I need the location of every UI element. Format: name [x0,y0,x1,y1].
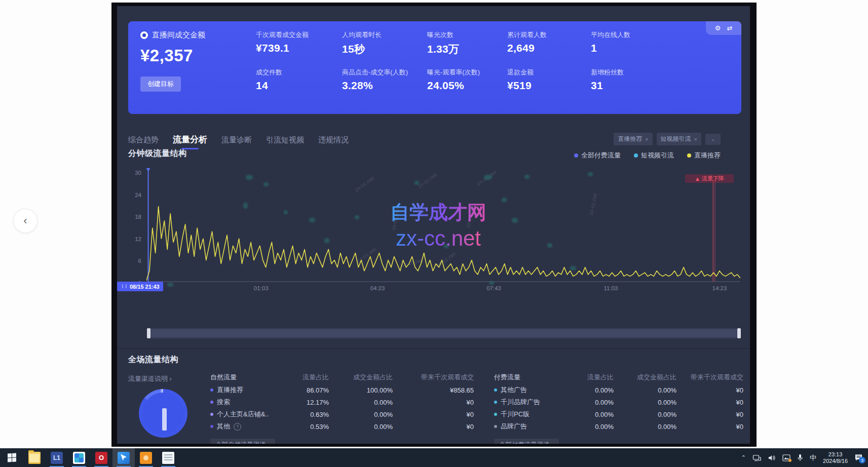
tile-app-icon [73,452,85,464]
metric-cell: 人均观看时长15秒 [342,30,427,68]
table-row: 搜索 12.17% 0.00% ¥0 [210,396,474,408]
table-header: 付费流量 流量占比 成交金额占比 带来千次观看成交 [494,371,743,384]
network-icon[interactable] [752,454,761,461]
legend-live-recommend[interactable]: 直播推荐 [687,151,721,160]
legend-paid-traffic[interactable]: 全部付费流量 [574,151,621,160]
video-artifact [284,210,288,214]
table-row: 其他广告 0.00% 0.00% ¥0 [494,384,743,396]
video-artifact [484,175,492,180]
close-icon[interactable]: × [694,136,697,142]
ime-indicator[interactable]: 中 [810,453,816,462]
legend-dot [687,153,691,158]
legend-dot [634,153,638,158]
table-row: 千川品牌广告 0.00% 0.00% ¥0 [494,396,743,408]
tab-violations[interactable]: 违规情况 [318,135,349,149]
legend-dot [574,153,578,158]
video-artifact [547,243,552,248]
video-artifact [524,175,530,179]
minute-section-title: 分钟级流量结构 [128,148,187,159]
table-row: 品牌广告 0.00% 0.00% ¥0 [494,420,743,433]
table-row: 千川PC版 0.00% 0.00% ¥0 [494,408,743,420]
tab-overall-trend[interactable]: 综合趋势 [128,135,159,149]
microphone-icon[interactable] [797,454,803,461]
notepad-icon [162,452,174,464]
taskbar-app-notepad[interactable] [157,448,179,467]
structure-section-title: 全场流量结构 [128,355,178,365]
pointer-app-icon [118,452,130,464]
metric-cell: 新增粉丝数31 [591,68,737,105]
channel-explain-link[interactable]: 流量渠道说明 › [128,374,172,383]
close-icon[interactable]: × [645,136,648,142]
x-tick: 07:43 [486,285,501,291]
tray-chevron-up-icon[interactable]: ⌃ [741,454,746,461]
metric-grid: 千次观看成交金额¥739.1 人均观看时长15秒 曝光次数1.33万 累计观看人… [256,30,737,105]
table-header: 自然流量 流量占比 成交金额占比 带来千次观看成交 [210,371,474,384]
tab-traffic-diagnosis[interactable]: 流量诊断 [221,135,252,149]
start-button[interactable] [0,448,23,467]
video-artifact [588,172,593,176]
tab-short-video[interactable]: 引流短视频 [266,135,304,149]
notification-badge: 3 [859,457,865,463]
filter-tag-short-video[interactable]: 短视频引流 × [657,133,701,145]
chevron-down-icon: ⌄ [710,136,715,142]
all-natural-channels-link[interactable]: 全部自然流量渠道 › [210,439,275,444]
metric-cell: 成交件数14 [256,68,342,105]
image-tool-icon[interactable] [782,454,790,461]
video-artifact [512,218,518,223]
status-dot [788,459,791,462]
viewer-prev-button[interactable]: ‹ [13,209,37,233]
x-tick: 14:23 [712,285,727,291]
gmv-title-row: 直播间成交金额 [140,30,205,40]
channel-filterbar: 直播推荐 × 短视频引流 × ⌄ [614,133,721,145]
orange-app-icon [140,452,152,464]
range-handle-right[interactable] [737,328,741,338]
all-paid-channels-link[interactable]: 全部付费流量渠道 › [494,439,559,444]
range-handle-left[interactable] [147,328,150,338]
table-row: 其他? 0.53% 0.00% ¥0 [210,420,474,433]
taskbar-app-red[interactable]: O [90,448,112,467]
metric-cell: 平均在线人数1 [591,30,737,68]
clock-time: 23:13 [828,451,843,457]
tab-traffic-analysis[interactable]: 流量分析 [173,134,207,149]
create-goal-button[interactable]: 创建目标 [140,76,181,92]
help-icon[interactable]: ? [234,423,241,431]
chart-range-slider[interactable] [147,328,741,338]
time-origin-chip[interactable]: ⋮⋮ 08/15 21:43 [117,282,163,291]
windows-logo-icon [8,453,16,462]
metric-cell: 曝光-观看率(次数)24.05% [427,68,507,105]
metric-cell: 千次观看成交金额¥739.1 [256,30,342,68]
red-o-app-icon: O [95,452,107,464]
taskbar-app-l1[interactable]: L1 [46,448,68,467]
taskbar-app-pointer[interactable] [112,448,135,467]
paid-traffic-table: 付费流量 流量占比 成交金额占比 带来千次观看成交 其他广告 0.00% 0.0… [494,371,743,444]
clock-date: 2024/8/16 [823,458,848,464]
video-artifact [167,283,173,287]
video-artifact [355,215,359,219]
notification-center-icon[interactable]: 3 [854,454,863,461]
video-artifact [570,266,576,270]
filter-dropdown[interactable]: ⌄ [705,134,721,145]
live-analytics-dashboard: ⚙ ⇄ 直播间成交金额 ¥2,357 创建目标 千次观看成交金额¥739.1 人… [117,6,750,444]
metric-cell: 累计观看人数2,649 [507,30,591,68]
speaker-icon[interactable] [768,454,776,461]
dashboard-screenshot: ⚙ ⇄ 直播间成交金额 ¥2,357 创建目标 千次观看成交金额¥739.1 人… [111,3,757,447]
gmv-value: ¥2,357 [140,46,205,65]
y-axis-labels: 3024 1812 60 [124,170,141,286]
taskbar-app-orange[interactable] [135,448,157,467]
drag-handle-icon: ⋮⋮ [121,284,128,289]
range-fill [151,329,737,337]
video-artifact [444,244,448,248]
video-artifact [489,281,494,285]
taskbar-file-explorer[interactable] [23,448,46,467]
watermark-url: zx-cc.net [396,226,481,251]
legend-short-video[interactable]: 短视频引流 [634,151,674,160]
target-icon [140,31,148,39]
metric-cell: 曝光次数1.33万 [427,30,507,68]
chart-legend: 全部付费流量 短视频引流 直播推荐 [574,151,721,160]
video-artifact [309,218,315,222]
traffic-donut-chart[interactable] [139,389,187,438]
clock[interactable]: 23:13 2024/8/16 [823,451,848,464]
taskbar-app-tile[interactable] [68,448,90,467]
video-artifact [263,182,269,186]
filter-tag-live-recommend[interactable]: 直播推荐 × [614,133,652,145]
